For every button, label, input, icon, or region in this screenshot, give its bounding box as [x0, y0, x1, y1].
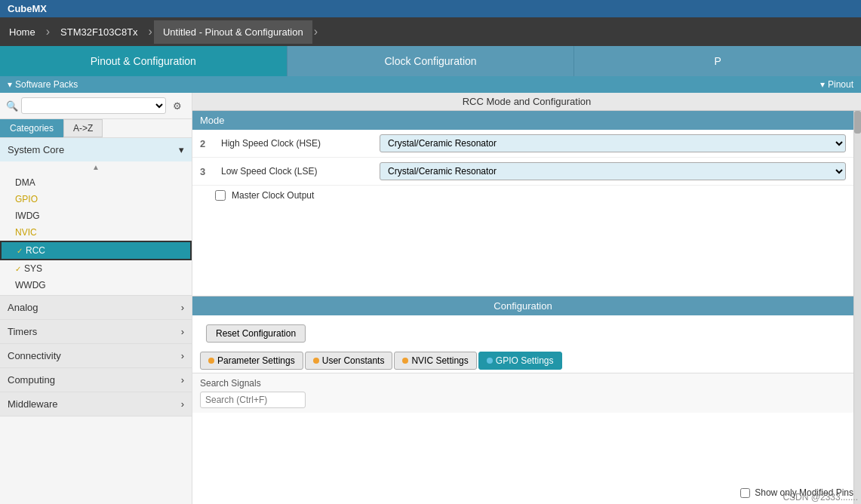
cat-header-timers[interactable]: Timers › — [0, 320, 192, 343]
tab-bar: Pinout & Configuration Clock Configurati… — [0, 46, 861, 76]
sub-tab-pinout[interactable]: ▾ Pinout — [820, 79, 853, 90]
sidebar-item-iwdg[interactable]: IWDG — [0, 207, 192, 224]
reset-config-button[interactable]: Reset Configuration — [206, 324, 306, 343]
config-section-header: Configuration — [192, 297, 853, 315]
sidebar-search-row: 🔍 ⚙ — [0, 93, 192, 119]
breadcrumb-arrow-2: › — [149, 25, 152, 38]
content-header: RCC Mode and Configuration — [192, 93, 861, 111]
watermark: CSDN @2333....... — [780, 490, 861, 504]
nvic-dot — [402, 358, 408, 364]
gear-button[interactable]: ⚙ — [169, 97, 186, 114]
master-clock-row: Master Clock Output — [192, 186, 853, 205]
cat-header-computing[interactable]: Computing › — [0, 368, 192, 392]
hse-select[interactable]: Crystal/Ceramic Resonator Disable BYPASS… — [380, 134, 846, 152]
lse-select[interactable]: Crystal/Ceramic Resonator Disable BYPASS… — [380, 162, 846, 180]
master-clock-checkbox[interactable] — [215, 190, 226, 201]
tab-pinout-config[interactable]: Pinout & Configuration — [0, 46, 288, 76]
search-icon: 🔍 — [6, 100, 18, 112]
gpio-dot — [487, 358, 493, 364]
sub-tab-software-packs[interactable]: ▾ Software Packs — [8, 79, 78, 90]
cat-group-timers: Timers › — [0, 320, 192, 344]
breadcrumb-project[interactable]: Untitled - Pinout & Configuration — [154, 20, 312, 44]
cat-group-analog: Analog › — [0, 296, 192, 320]
cat-header-analog[interactable]: Analog › — [0, 296, 192, 319]
tab-az[interactable]: A->Z — [63, 119, 103, 137]
cat-header-connectivity[interactable]: Connectivity › — [0, 344, 192, 367]
vertical-scrollbar[interactable] — [853, 111, 861, 504]
top-bar: CubeMX — [0, 0, 861, 17]
breadcrumb-home[interactable]: Home — [0, 20, 45, 44]
mode-section-header: Mode — [192, 111, 853, 130]
app-title: CubeMX — [8, 3, 47, 14]
config-tabs: Parameter Settings User Constants NVIC S… — [192, 352, 853, 373]
lse-label: Low Speed Clock (LSE) — [221, 166, 372, 177]
sidebar-item-wwdg[interactable]: WWDG — [0, 277, 192, 293]
config-tab-gpio[interactable]: GPIO Settings — [478, 352, 562, 370]
config-tab-parameter[interactable]: Parameter Settings — [200, 352, 303, 370]
cat-group-connectivity: Connectivity › — [0, 344, 192, 368]
cat-header-middleware[interactable]: Middleware › — [0, 392, 192, 416]
cat-group-middleware: Middleware › — [0, 392, 192, 416]
cat-group-computing: Computing › — [0, 368, 192, 392]
breadcrumb: Home › STM32F103C8Tx › Untitled - Pinout… — [0, 17, 861, 46]
search-signals-area: Search Signals — [192, 373, 853, 413]
system-core-items: DMA GPIO IWDG NVIC ✓ RCC — [0, 173, 192, 295]
rcc-panel: Mode 2 High Speed Clock (HSE) Crystal/Ce… — [192, 111, 853, 504]
sub-tab-bar: ▾ Software Packs ▾ Pinout — [0, 76, 861, 93]
scroll-up-btn[interactable]: ▲ — [0, 161, 192, 173]
main-content: RCC Mode and Configuration Mode 2 High S… — [192, 93, 861, 504]
breadcrumb-device[interactable]: STM32F103C8Tx — [51, 20, 147, 44]
sidebar-item-rcc[interactable]: ✓ RCC — [0, 241, 192, 260]
sidebar-item-sys[interactable]: ✓ SYS — [0, 260, 192, 277]
sidebar-tabs: Categories A->Z — [0, 119, 192, 138]
lse-row: 3 Low Speed Clock (LSE) Crystal/Ceramic … — [192, 158, 853, 186]
master-clock-label: Master Clock Output — [232, 190, 314, 201]
config-tab-nvic[interactable]: NVIC Settings — [394, 352, 476, 370]
tab-clock-config[interactable]: Clock Configuration — [288, 46, 575, 76]
lse-number: 3 — [200, 166, 214, 177]
cat-group-system-core: System Core ▾ ▲ DMA GPIO IWDG NVIC — [0, 138, 192, 296]
sidebar-item-gpio[interactable]: GPIO — [0, 191, 192, 207]
hse-row: 2 High Speed Clock (HSE) Crystal/Ceramic… — [192, 130, 853, 158]
breadcrumb-arrow-3: › — [314, 25, 318, 38]
sidebar-item-nvic[interactable]: NVIC — [0, 224, 192, 241]
tab-p[interactable]: P — [574, 46, 861, 76]
config-tab-user-constants[interactable]: User Constants — [305, 352, 393, 370]
show-modified-checkbox[interactable] — [740, 488, 750, 498]
breadcrumb-arrow-1: › — [46, 25, 50, 38]
sidebar: 🔍 ⚙ Categories A->Z System Core ▾ — [0, 93, 192, 504]
tab-categories[interactable]: Categories — [0, 119, 63, 137]
rcc-scroll-wrapper: Mode 2 High Speed Clock (HSE) Crystal/Ce… — [192, 111, 861, 504]
config-section: Configuration Reset Configuration Param — [192, 296, 853, 373]
search-signals-input[interactable] — [200, 392, 306, 408]
param-dot — [208, 358, 214, 364]
category-dropdown[interactable] — [21, 97, 166, 114]
search-signals-label: Search Signals — [200, 378, 846, 389]
hse-number: 2 — [200, 138, 214, 149]
sidebar-item-dma[interactable]: DMA — [0, 174, 192, 191]
user-dot — [313, 358, 319, 364]
hse-label: High Speed Clock (HSE) — [221, 138, 372, 149]
cat-header-system-core[interactable]: System Core ▾ — [0, 138, 192, 161]
